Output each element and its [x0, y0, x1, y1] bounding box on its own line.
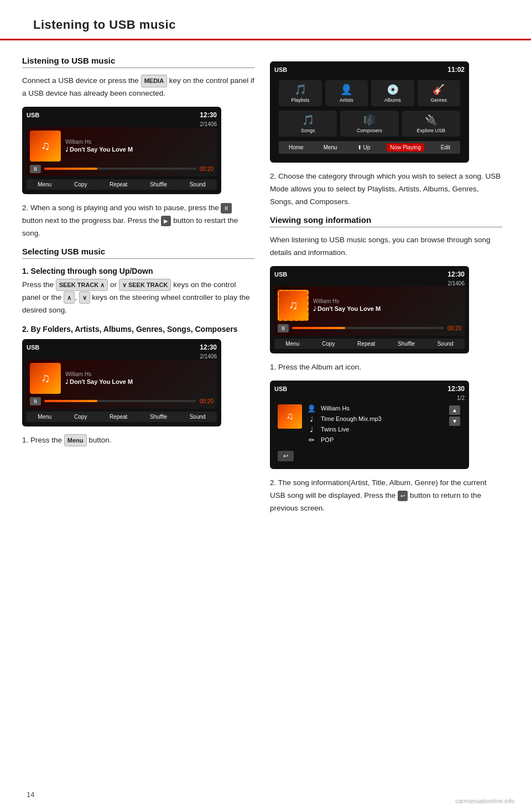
footer-menu-2[interactable]: Menu — [38, 414, 51, 420]
left-column: Listening to USB music Connect a USB dev… — [22, 56, 254, 521]
progress-fill-3 — [292, 327, 345, 329]
usb-label-5: USB — [274, 386, 287, 392]
screen-header-1: USB 12:30 — [27, 110, 217, 121]
genre-value: POP — [321, 436, 334, 443]
menu-key-badge: Menu — [64, 434, 87, 447]
footer-repeat-2[interactable]: Repeat — [110, 414, 127, 420]
songs-label: Songs — [301, 128, 315, 133]
track-num-1: 2/1406 — [27, 121, 217, 127]
seek-up-key: SEEK TRACK ∧ — [56, 279, 108, 292]
nav-home[interactable]: Home — [285, 143, 307, 152]
footer-sound-2[interactable]: Sound — [190, 414, 206, 420]
page-number: 14 — [27, 790, 34, 799]
songs-icon: 🎵 — [302, 114, 314, 126]
explore-icon: 🔌 — [425, 114, 437, 126]
footer-menu-1[interactable]: Menu — [38, 181, 51, 188]
nav-menu[interactable]: Menu — [320, 143, 341, 152]
usb-label-4: USB — [274, 271, 287, 278]
back-button[interactable]: ↩ — [278, 451, 294, 461]
artist-row: 👤 William Hs — [306, 404, 461, 413]
nav-up[interactable]: ⬆ Up — [354, 143, 374, 152]
player-screen-2: USB 12:30 2/1406 ♫ William Hs ♩ Don't Sa… — [22, 339, 221, 426]
artist-value: William Hs — [321, 405, 350, 412]
album-art-3[interactable]: ♫ — [278, 290, 309, 321]
menu-item-genres[interactable]: 🎸 Genres — [418, 80, 461, 106]
footer-repeat-1[interactable]: Repeat — [110, 181, 127, 188]
menu-item-albums[interactable]: 💿 Albums — [371, 80, 414, 106]
album-row: ♩ Twins Live — [306, 425, 461, 434]
footer-sound-1[interactable]: Sound — [190, 181, 206, 188]
progress-fill-1 — [44, 168, 97, 170]
usb-label-3: USB — [274, 66, 287, 73]
step1-prefix: Connect a USB device or press the — [22, 76, 139, 85]
scroll-down-btn[interactable]: ▼ — [449, 417, 460, 426]
player-body-2: ♫ William Hs ♩ Don't Say You Love M ⏸ — [27, 360, 217, 409]
note-icon-2: ♩ — [65, 378, 70, 385]
watermark: carmanualsonline.info — [455, 798, 514, 804]
section-viewing-heading: Viewing song information — [270, 215, 502, 227]
track-num-3: 2/1406 — [274, 280, 465, 287]
footer-shuffle-3[interactable]: Shuffle — [398, 341, 415, 347]
usb-menu-screen: USB 11:02 🎵 Playlists 👤 Artists 💿 Album — [270, 61, 469, 163]
player-body-1: ♫ William Hs ♩ Don't Say You Love M ⏸ — [27, 127, 217, 176]
album-art-2[interactable]: ♫ — [30, 363, 61, 394]
player-title-3: ♩ Don't Say You Love M — [313, 305, 461, 313]
composers-label: Composers — [357, 128, 382, 133]
menu-item-composers[interactable]: 🎼 Composers — [340, 111, 398, 137]
footer-repeat-3[interactable]: Repeat — [357, 341, 375, 347]
album-art-1[interactable]: ♫ — [30, 131, 61, 162]
screen-header-2: USB 12:30 — [27, 342, 217, 353]
screen-header-5: USB 12:30 — [274, 384, 465, 395]
player-body-3: ♫ William Hs ♩ Don't Say You Love M ⏸ — [274, 287, 465, 336]
player-title-1: ♩ Don't Say You Love M — [65, 146, 214, 153]
albums-label: Albums — [384, 97, 401, 103]
progress-bar-3 — [292, 327, 444, 329]
genres-label: Genres — [430, 97, 447, 103]
scroll-up-btn[interactable]: ▲ — [449, 405, 460, 415]
player-inner-2: ♫ William Hs ♩ Don't Say You Love M — [30, 363, 214, 394]
nav-edit[interactable]: Edit — [438, 143, 454, 152]
menu-item-artists[interactable]: 👤 Artists — [325, 80, 368, 106]
player-screen-3: USB 12:30 2/1406 ♫ William Hs ♩ Don't Sa… — [270, 266, 469, 353]
footer-copy-3[interactable]: Copy — [322, 341, 335, 347]
sub2-step1: 1. Press the Menu button. — [22, 434, 254, 447]
album-art-note-3: ♫ — [289, 298, 298, 313]
footer-shuffle-1[interactable]: Shuffle — [150, 181, 167, 188]
artists-label: Artists — [340, 97, 353, 103]
title-text-1: Don't Say You Love M — [70, 146, 133, 153]
footer-copy-1[interactable]: Copy — [74, 181, 87, 188]
note-icon-3: ♩ — [313, 305, 317, 312]
right-column: USB 11:02 🎵 Playlists 👤 Artists 💿 Album — [270, 56, 502, 521]
album-art-note-2: ♫ — [41, 371, 50, 386]
menu-item-songs[interactable]: 🎵 Songs — [279, 111, 337, 137]
footer-sound-3[interactable]: Sound — [438, 341, 454, 347]
viewing-step1: 1. Press the Album art icon. — [270, 361, 502, 374]
page-title: Listening to USB music — [33, 18, 498, 32]
menu-item-playlists[interactable]: 🎵 Playlists — [279, 80, 322, 106]
pause-button-2[interactable]: ⏸ — [30, 397, 41, 405]
pause-button-1[interactable]: ⏸ — [30, 165, 41, 173]
menu-item-explore[interactable]: 🔌 Explore USB — [402, 111, 460, 137]
song-info-body: ♫ 👤 William Hs ♩ Time Enough Mix.mp3 ♩ — [274, 401, 465, 465]
footer-shuffle-2[interactable]: Shuffle — [150, 414, 167, 420]
player-title-2: ♩ Don't Say You Love M — [65, 378, 214, 386]
progress-fill-2 — [44, 400, 97, 402]
player-info-1: William Hs ♩ Don't Say You Love M — [65, 139, 214, 153]
progress-bar-2 — [44, 400, 196, 402]
title-text-3: Don't Say You Love M — [317, 305, 381, 312]
player-artist-1: William Hs — [65, 139, 214, 145]
usb-menu-grid: 🎵 Playlists 👤 Artists 💿 Albums 🎸 Genres — [279, 80, 460, 106]
footer-copy-2[interactable]: Copy — [74, 414, 87, 420]
small-album-art[interactable]: ♫ — [278, 404, 302, 429]
player-controls-3: ⏸ 00:20 — [278, 324, 461, 332]
pause-button-3[interactable]: ⏸ — [278, 324, 289, 332]
song-info-details: 👤 William Hs ♩ Time Enough Mix.mp3 ♩ Twi… — [306, 404, 461, 446]
title-row: ♩ Time Enough Mix.mp3 — [306, 415, 461, 423]
footer-menu-3[interactable]: Menu — [285, 341, 299, 347]
screen-time-4: 12:30 — [447, 270, 465, 278]
nav-now-playing[interactable]: Now Playing — [387, 143, 424, 152]
screen-time-2: 12:30 — [200, 343, 217, 351]
progress-bar-1 — [44, 168, 196, 170]
note-icon-1: ♩ — [65, 146, 70, 153]
step2-text: 2. When a song is playing and you wish t… — [22, 202, 254, 240]
